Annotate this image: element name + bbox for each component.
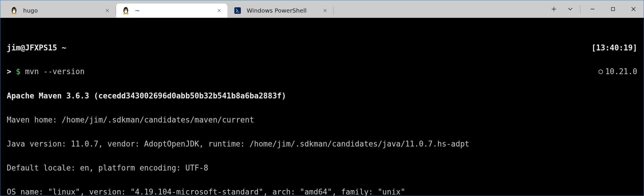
tab-label: ~ <box>135 7 215 14</box>
tab-dropdown-button[interactable] <box>562 0 578 18</box>
titlebar: hugo ~ Windows PowerShell <box>0 0 644 18</box>
close-window-button[interactable] <box>623 0 644 18</box>
hexagon-icon <box>598 68 603 76</box>
prompt-marker: > <box>7 67 16 76</box>
prompt-dollar: $ <box>16 67 20 76</box>
tab-label: hugo <box>23 7 103 14</box>
separator <box>580 5 581 13</box>
powershell-icon <box>234 7 241 14</box>
tab-hugo[interactable]: hugo <box>4 4 116 18</box>
rprompt-version: 10.21.0 <box>605 67 637 76</box>
prompt-context: jim@JFXPS15 ~ <box>7 43 66 52</box>
tux-icon <box>11 7 17 14</box>
output-line: Java version: 11.0.7, vendor: AdoptOpenJ… <box>7 139 469 148</box>
svg-rect-0 <box>612 7 615 11</box>
output-line: Apache Maven 3.6.3 (cecedd343002696d0abb… <box>7 91 286 100</box>
prompt-time: [13:40:19] <box>591 43 637 52</box>
command-text: mvn --version <box>20 67 85 76</box>
output-line: Default locale: en, platform encoding: U… <box>7 163 208 172</box>
minimize-button[interactable] <box>582 0 603 18</box>
close-tab-button[interactable] <box>321 6 329 15</box>
close-tab-button[interactable] <box>215 6 223 15</box>
titlebar-actions <box>546 0 644 18</box>
output-line: Maven home: /home/jim/.sdkman/candidates… <box>7 115 254 124</box>
terminal-body[interactable]: jim@JFXPS15 ~ [13:40:19] > $ mvn --versi… <box>0 18 644 196</box>
tab-strip: hugo ~ Windows PowerShell <box>0 0 334 18</box>
tab-powershell[interactable]: Windows PowerShell <box>228 4 333 18</box>
close-tab-button[interactable] <box>103 6 111 15</box>
new-tab-button[interactable] <box>546 0 562 18</box>
tux-icon <box>123 7 129 14</box>
output-line: OS name: "linux", version: "4.19.104-mic… <box>7 188 405 196</box>
terminal-window: hugo ~ Windows PowerShell <box>0 0 644 196</box>
svg-marker-1 <box>599 70 603 74</box>
maximize-button[interactable] <box>603 0 623 18</box>
tab-label: Windows PowerShell <box>247 7 321 14</box>
tab-home[interactable]: ~ <box>116 4 227 18</box>
